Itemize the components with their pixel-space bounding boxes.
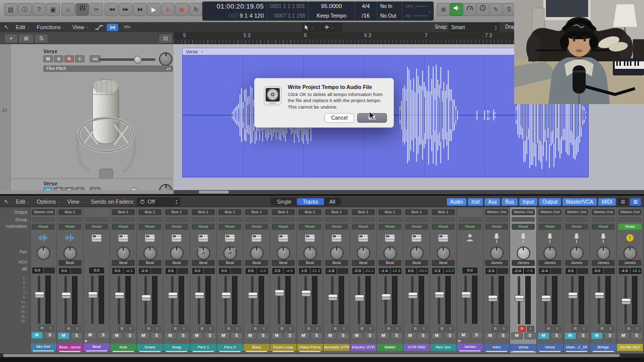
automation-read-button[interactable]: Read [245, 224, 268, 230]
channel-name[interactable]: Perc 2 [217, 344, 243, 351]
drag-hook-icon[interactable]: ↖ [4, 24, 9, 31]
group-slot[interactable] [192, 217, 215, 222]
output-button[interactable]: Bus 1 [112, 209, 135, 215]
solo-button[interactable]: S [498, 332, 509, 339]
mute-button[interactable]: M [431, 332, 443, 339]
channel-strip[interactable]: Bus 1ReadBeat-2.0-21.1RIMSElectric GTR [350, 207, 377, 353]
record-enable-button[interactable]: R [545, 326, 552, 332]
db-value[interactable]: 0.0 [219, 268, 230, 274]
mixer-drag-hook-icon[interactable]: ↖ [4, 199, 9, 205]
fader-cap[interactable] [568, 292, 578, 299]
mute-button[interactable]: M [43, 55, 53, 62]
channel-name[interactable]: Drum Loop [270, 344, 296, 351]
solo-button[interactable]: S [44, 332, 56, 339]
group-slot[interactable] [485, 217, 508, 222]
channel-strip[interactable]: Bus 1ReadBeat0.3-13.3RIMSRev Vox [430, 207, 457, 353]
control-bar-icon[interactable]: ▣ [46, 3, 60, 16]
stack-disclosure-icon[interactable]: ▶ [85, 338, 110, 343]
record-enable-button[interactable]: R [145, 326, 152, 332]
record-enable-button[interactable]: R [172, 326, 179, 332]
fader-cap[interactable] [515, 295, 524, 302]
mute-button[interactable]: M [511, 332, 523, 339]
group-slot[interactable] [218, 217, 242, 222]
output-button[interactable]: Bus 1 [272, 209, 295, 215]
group-slot[interactable] [112, 217, 135, 222]
mixer-icon[interactable] [75, 3, 89, 16]
pan-knob[interactable] [383, 246, 397, 260]
fader-cap[interactable] [461, 292, 471, 298]
mixer-menu-edit[interactable]: Edit⌄ [16, 199, 30, 205]
header-view-button[interactable]: ⊡ [158, 34, 173, 43]
channel-name[interactable]: James [457, 343, 483, 350]
output-button[interactable]: Stereo Out [32, 209, 55, 215]
automation-read-button[interactable]: Read [112, 224, 135, 230]
input-monitor-button[interactable]: I [367, 326, 374, 332]
rewind-icon[interactable]: ◀◀ [105, 3, 118, 16]
solo-button[interactable]: S [204, 332, 216, 339]
stack-disclosure-icon[interactable]: ▶ [458, 338, 483, 343]
cancel-button[interactable]: Cancel [325, 113, 354, 123]
output-button[interactable]: Bus 1 [298, 209, 321, 215]
group-slot[interactable] [618, 217, 641, 222]
automation-read-button[interactable]: Read [352, 224, 375, 230]
solo-button[interactable]: S [231, 332, 243, 339]
vca-button[interactable]: Beat [112, 260, 135, 266]
segment-single[interactable]: Single [271, 198, 297, 205]
pencil-icon[interactable]: ✎ [489, 3, 503, 16]
db-value[interactable]: 0.0 [406, 268, 417, 274]
channel-name[interactable]: Beat [84, 343, 110, 350]
mute-button[interactable]: M [485, 332, 496, 339]
db-value[interactable]: 0.0 [32, 267, 43, 274]
db-value[interactable]: -2.4 [486, 268, 497, 274]
mute-button[interactable]: M [31, 332, 43, 339]
filter-aux[interactable]: Aux [485, 198, 500, 206]
channel-name[interactable]: Bass [244, 344, 270, 351]
group-slot[interactable] [405, 217, 428, 222]
channel-name[interactable]: Acoustic GTR [324, 344, 350, 351]
vca-button[interactable]: Beat [325, 260, 348, 266]
pan-knob[interactable] [117, 246, 130, 260]
channel-name[interactable]: Mallet [377, 344, 403, 351]
pan-knob[interactable] [623, 246, 637, 260]
channel-name[interactable]: Snap [164, 344, 190, 351]
mute-button[interactable]: M [325, 332, 336, 339]
fader-cap[interactable] [248, 292, 258, 299]
output-button[interactable]: Stereo Out [565, 209, 588, 215]
output-button[interactable]: Bus 1 [218, 209, 242, 215]
pan-knob[interactable] [303, 246, 317, 260]
channel-strip[interactable]: Bus 1ReadBeat0.0RIMSBeat...rence [57, 207, 84, 353]
automation-read-button[interactable]: Read [298, 224, 321, 230]
solo-button[interactable]: S [444, 332, 456, 339]
input-monitor-button[interactable]: I [420, 326, 428, 332]
vca-button[interactable]: Beat [245, 260, 268, 266]
filter-midi[interactable]: MIDI [598, 198, 616, 206]
input-monitor-button[interactable]: I [580, 326, 588, 332]
input-monitor-button[interactable]: I [73, 326, 81, 332]
filter-output[interactable]: Output [539, 198, 561, 206]
left-click-tool-menu[interactable]: ⌄ [302, 23, 322, 32]
wide-view-icon[interactable]: ▥ [630, 198, 641, 206]
record-enable-button[interactable]: R [278, 326, 286, 332]
input-monitor-button[interactable]: I [260, 326, 268, 332]
mute-button[interactable]: M [138, 332, 149, 339]
group-slot[interactable] [245, 217, 268, 222]
group-slot[interactable] [138, 217, 162, 222]
channel-strip[interactable]: Bus 1ReadBeat0.0RIMSSnap [164, 207, 190, 353]
vca-button[interactable]: Beat [165, 260, 188, 266]
mixer-menu-options[interactable]: Options⌄ [37, 199, 60, 205]
db-value[interactable]: -4.9 [619, 268, 630, 274]
pan-knob[interactable]: +7 [223, 246, 237, 260]
fader-cap[interactable] [115, 292, 124, 299]
output-button[interactable]: Bus 1 [432, 209, 455, 215]
db-value[interactable]: 0.0 [112, 268, 123, 274]
record-enable-button[interactable]: R [65, 326, 72, 332]
pan-knob[interactable] [597, 246, 610, 260]
input-monitor-button[interactable]: I [607, 326, 614, 332]
channel-strip[interactable]: Bus 1ReadBeat-1.4-14.5RIMSMallet [377, 207, 404, 353]
solo-button[interactable]: S [151, 332, 163, 339]
mute-button[interactable]: M [351, 332, 363, 339]
vca-button[interactable]: James [538, 260, 561, 266]
fader-cap[interactable] [621, 298, 631, 305]
automation-read-button[interactable]: Read [485, 224, 508, 230]
fader-cap[interactable] [195, 292, 204, 299]
